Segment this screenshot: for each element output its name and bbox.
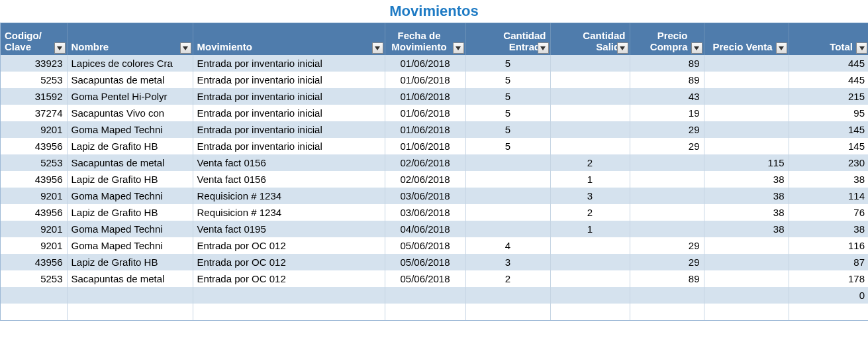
- header-codigo[interactable]: Codigo/ Clave: [1, 23, 67, 55]
- filter-dropdown-icon[interactable]: [180, 42, 191, 54]
- cell-cant_entrada[interactable]: 2: [465, 270, 550, 287]
- cell-cant_entrada[interactable]: 5: [465, 72, 550, 88]
- table-row[interactable]: 9201Goma Maped TechniRequisicion # 12340…: [1, 188, 868, 204]
- header-cant-salida[interactable]: Cantidad Salida: [550, 23, 630, 55]
- cell-cant_salida[interactable]: [550, 105, 630, 121]
- cell-movimiento[interactable]: Entrada por inventario inicial: [193, 105, 385, 121]
- cell-total[interactable]: 145: [789, 121, 868, 138]
- cell-cant_salida[interactable]: [550, 270, 630, 287]
- cell-fecha[interactable]: 05/06/2018: [385, 254, 465, 270]
- cell-precio_compra[interactable]: [630, 204, 704, 221]
- cell-precio_compra[interactable]: 29: [630, 121, 704, 138]
- cell-fecha[interactable]: 01/06/2018: [385, 55, 465, 72]
- cell-movimiento[interactable]: Entrada por inventario inicial: [193, 88, 385, 105]
- cell-nombre[interactable]: Sacapuntas de metal: [67, 270, 193, 287]
- cell-codigo[interactable]: 5253: [1, 154, 67, 171]
- cell-nombre[interactable]: Goma Maped Techni: [67, 237, 193, 254]
- table-row[interactable]: 31592Goma Pentel Hi-PolyrEntrada por inv…: [1, 88, 868, 105]
- cell-nombre[interactable]: [67, 287, 193, 304]
- cell-nombre[interactable]: Sacapuntas de metal: [67, 72, 193, 88]
- cell-fecha[interactable]: 05/06/2018: [385, 270, 465, 287]
- cell-movimiento[interactable]: Entrada por inventario inicial: [193, 72, 385, 88]
- cell-precio_compra[interactable]: 19: [630, 105, 704, 121]
- cell-cant_salida[interactable]: [550, 287, 630, 304]
- cell-nombre[interactable]: Lapiz de Grafito HB: [67, 171, 193, 188]
- cell-precio_venta[interactable]: [704, 105, 789, 121]
- cell-movimiento[interactable]: Requisicion # 1234: [193, 204, 385, 221]
- cell-codigo[interactable]: 9201: [1, 237, 67, 254]
- table-row[interactable]: 5253Sacapuntas de metalEntrada por OC 01…: [1, 270, 868, 287]
- filter-dropdown-icon[interactable]: [453, 42, 464, 54]
- cell-cant_entrada[interactable]: [465, 204, 550, 221]
- cell-codigo[interactable]: [1, 304, 67, 320]
- table-row[interactable]: 37274Sacapuntas Vivo conEntrada por inve…: [1, 105, 868, 121]
- cell-cant_salida[interactable]: [550, 121, 630, 138]
- cell-precio_venta[interactable]: 38: [704, 171, 789, 188]
- cell-cant_entrada[interactable]: 5: [465, 138, 550, 154]
- cell-cant_entrada[interactable]: 5: [465, 88, 550, 105]
- cell-cant_salida[interactable]: [550, 254, 630, 270]
- cell-movimiento[interactable]: [193, 304, 385, 320]
- header-fecha[interactable]: Fecha de Movimiento: [385, 23, 465, 55]
- cell-nombre[interactable]: [67, 304, 193, 320]
- header-cant-entrada[interactable]: Cantidad Entrada: [465, 23, 550, 55]
- cell-total[interactable]: 87: [789, 254, 868, 270]
- table-row[interactable]: 33923Lapices de colores CraEntrada por i…: [1, 55, 868, 72]
- cell-fecha[interactable]: [385, 304, 465, 320]
- table-row[interactable]: 5253Sacapuntas de metalEntrada por inven…: [1, 72, 868, 88]
- header-movimiento[interactable]: Movimiento: [193, 23, 385, 55]
- cell-movimiento[interactable]: Entrada por OC 012: [193, 254, 385, 270]
- table-row[interactable]: 9201Goma Maped TechniVenta fact 019504/0…: [1, 221, 868, 237]
- cell-movimiento[interactable]: Venta fact 0195: [193, 221, 385, 237]
- cell-nombre[interactable]: Lapiz de Grafito HB: [67, 138, 193, 154]
- cell-precio_compra[interactable]: [630, 171, 704, 188]
- cell-fecha[interactable]: 03/06/2018: [385, 204, 465, 221]
- cell-fecha[interactable]: 02/06/2018: [385, 171, 465, 188]
- cell-precio_compra[interactable]: 89: [630, 72, 704, 88]
- cell-fecha[interactable]: 01/06/2018: [385, 121, 465, 138]
- table-row[interactable]: 43956Lapiz de Grafito HBEntrada por inve…: [1, 138, 868, 154]
- cell-nombre[interactable]: Lapiz de Grafito HB: [67, 204, 193, 221]
- header-nombre[interactable]: Nombre: [67, 23, 193, 55]
- cell-total[interactable]: [789, 304, 868, 320]
- cell-movimiento[interactable]: Venta fact 0156: [193, 154, 385, 171]
- cell-codigo[interactable]: 43956: [1, 204, 67, 221]
- cell-fecha[interactable]: 05/06/2018: [385, 237, 465, 254]
- cell-total[interactable]: 114: [789, 188, 868, 204]
- cell-total[interactable]: 116: [789, 237, 868, 254]
- cell-movimiento[interactable]: Venta fact 0156: [193, 171, 385, 188]
- cell-precio_venta[interactable]: [704, 287, 789, 304]
- cell-codigo[interactable]: 37274: [1, 105, 67, 121]
- cell-precio_venta[interactable]: 115: [704, 154, 789, 171]
- header-precio-compra[interactable]: Precio Compra: [630, 23, 704, 55]
- cell-total[interactable]: 76: [789, 204, 868, 221]
- cell-movimiento[interactable]: Entrada por inventario inicial: [193, 55, 385, 72]
- cell-cant_salida[interactable]: 2: [550, 204, 630, 221]
- table-row[interactable]: [1, 304, 868, 320]
- cell-precio_venta[interactable]: [704, 254, 789, 270]
- cell-nombre[interactable]: Lapiz de Grafito HB: [67, 254, 193, 270]
- table-row[interactable]: 43956Lapiz de Grafito HBRequisicion # 12…: [1, 204, 868, 221]
- cell-precio_venta[interactable]: [704, 88, 789, 105]
- table-row[interactable]: 43956Lapiz de Grafito HBEntrada por OC 0…: [1, 254, 868, 270]
- cell-cant_salida[interactable]: [550, 72, 630, 88]
- cell-cant_salida[interactable]: 3: [550, 188, 630, 204]
- cell-cant_entrada[interactable]: [465, 188, 550, 204]
- cell-cant_entrada[interactable]: 4: [465, 237, 550, 254]
- cell-precio_venta[interactable]: [704, 72, 789, 88]
- cell-nombre[interactable]: Goma Pentel Hi-Polyr: [67, 88, 193, 105]
- cell-cant_entrada[interactable]: 5: [465, 55, 550, 72]
- table-row[interactable]: 43956Lapiz de Grafito HBVenta fact 01560…: [1, 171, 868, 188]
- cell-precio_compra[interactable]: [630, 304, 704, 320]
- cell-cant_entrada[interactable]: 5: [465, 105, 550, 121]
- cell-precio_venta[interactable]: [704, 270, 789, 287]
- cell-precio_venta[interactable]: [704, 121, 789, 138]
- cell-codigo[interactable]: 43956: [1, 254, 67, 270]
- cell-precio_compra[interactable]: 29: [630, 138, 704, 154]
- cell-cant_entrada[interactable]: [465, 154, 550, 171]
- cell-codigo[interactable]: 9201: [1, 121, 67, 138]
- filter-dropdown-icon[interactable]: [54, 42, 66, 54]
- header-precio-venta[interactable]: Precio Venta: [704, 23, 789, 55]
- filter-dropdown-icon[interactable]: [538, 42, 549, 54]
- cell-total[interactable]: 215: [789, 88, 868, 105]
